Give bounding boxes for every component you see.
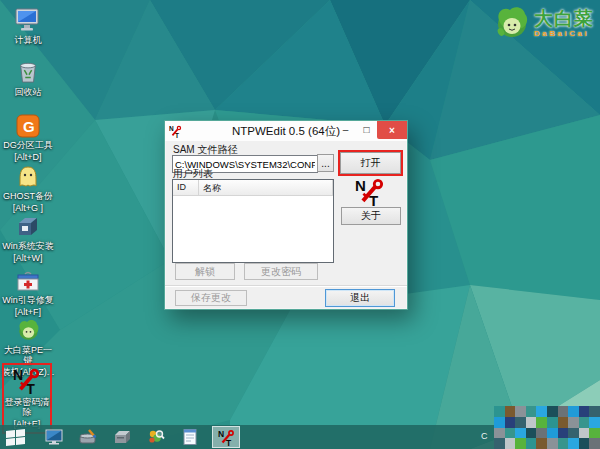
windows-logo-icon xyxy=(6,429,25,446)
start-button[interactable] xyxy=(0,425,30,449)
open-highlight-box: 打开 xyxy=(338,150,403,176)
column-name: 名称 xyxy=(199,180,333,195)
desktop-icon-recycle-bin[interactable]: 回收站 xyxy=(1,57,55,97)
desktop-icon-ghost-backup[interactable]: GHOST备份 [Alt+G ] xyxy=(1,161,55,213)
about-button[interactable]: 关于 xyxy=(341,207,401,225)
icon-label: 计算机 xyxy=(1,35,55,45)
unlock-button[interactable]: 解锁 xyxy=(175,263,235,280)
desktop-icon-boot-repair[interactable]: Win引导修复 [Alt+F] xyxy=(1,265,55,317)
taskbar-hardware-icon[interactable] xyxy=(112,427,132,447)
recycle-bin-icon xyxy=(1,57,55,85)
icon-label: 登录密码清除 xyxy=(4,397,50,417)
brand-title: 大白菜 xyxy=(534,9,594,29)
window-title: NTPWEdit 0.5 (64位) xyxy=(165,124,407,139)
exit-button[interactable]: 退出 xyxy=(325,289,395,307)
ntpwedit-window: N T NTPWEdit 0.5 (64位) – □ × SAM 文件路径 ..… xyxy=(164,120,408,310)
open-button[interactable]: 打开 xyxy=(340,152,401,174)
censor-mosaic xyxy=(494,406,600,449)
browse-button[interactable]: ... xyxy=(317,154,334,172)
dabaicai-logo: 大白菜 DaBaiCai xyxy=(494,4,594,42)
svg-text:N: N xyxy=(355,177,366,194)
desktop-icon-computer[interactable]: 计算机 xyxy=(1,5,55,45)
icon-label: 回收站 xyxy=(1,87,55,97)
taskbar-disk-cleaner-icon[interactable] xyxy=(78,427,98,447)
user-list[interactable]: ID 名称 xyxy=(172,179,334,263)
svg-text:N: N xyxy=(218,429,224,439)
change-password-button[interactable]: 更改密码 xyxy=(244,263,318,280)
ntpwedit-logo: N T xyxy=(355,177,385,207)
footer-divider xyxy=(165,285,407,287)
taskbar-explorer-icon[interactable] xyxy=(44,427,64,447)
icon-hotkey: [Alt+W] xyxy=(1,253,55,263)
desktop: 大白菜 DaBaiCai 计算机 回收站 xyxy=(0,0,600,449)
taskbar-ntpwedit-icon[interactable]: N T xyxy=(212,426,240,448)
icon-label: Win引导修复 xyxy=(1,295,55,305)
svg-text:N: N xyxy=(13,367,23,383)
ghost-icon xyxy=(1,161,55,189)
title-bar[interactable]: N T NTPWEdit 0.5 (64位) – □ × xyxy=(165,121,407,141)
repair-kit-icon xyxy=(1,265,55,293)
icon-label: Win系统安装 xyxy=(1,241,55,251)
desktop-icon-password-clear[interactable]: N T 登录密码清除 [Alt+E] xyxy=(2,363,52,434)
icon-label: 大白菜PE一键 xyxy=(1,345,55,365)
desktop-icon-dg-partition[interactable]: G DG分区工具 [Alt+D] xyxy=(1,110,55,162)
save-changes-button[interactable]: 保存更改 xyxy=(175,290,247,306)
diskgenius-icon: G xyxy=(1,110,55,138)
install-box-icon xyxy=(1,211,55,239)
icon-label: DG分区工具 xyxy=(1,140,55,150)
computer-icon xyxy=(1,5,55,33)
cabbage-icon xyxy=(1,315,55,343)
user-list-header: ID 名称 xyxy=(173,180,333,196)
taskbar-tools-icon[interactable] xyxy=(146,427,166,447)
taskbar-notepad-icon[interactable] xyxy=(180,427,200,447)
icon-label: GHOST备份 xyxy=(1,191,55,201)
desktop-icon-win-install[interactable]: Win系统安装 [Alt+W] xyxy=(1,211,55,263)
column-id: ID xyxy=(173,180,199,195)
ntpwedit-icon: N T xyxy=(4,367,50,395)
tray-partial-text: C xyxy=(481,431,488,441)
cabbage-icon xyxy=(494,4,530,42)
brand-subtitle: DaBaiCai xyxy=(534,29,594,38)
dg-letter: G xyxy=(23,118,35,135)
